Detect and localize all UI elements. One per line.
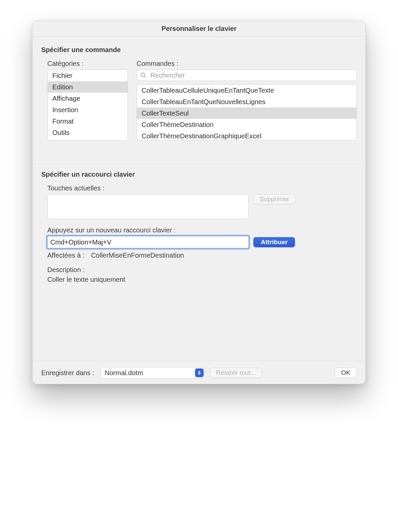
search-icon (140, 72, 146, 78)
svg-line-1 (144, 76, 146, 78)
description-value: Coller le texte uniquement (47, 276, 357, 283)
customize-keyboard-dialog: Personnaliser le clavier Spécifier une c… (32, 21, 366, 384)
window-title: Personnaliser le clavier (33, 21, 365, 37)
assigned-to-label: Affectées à : (47, 252, 85, 259)
list-item[interactable]: Fichier (48, 70, 128, 81)
list-item[interactable]: CollerThèmeDestinationGraphiqueExcel (137, 130, 356, 140)
list-item[interactable]: CollerTexteSeul (137, 107, 356, 119)
list-item[interactable]: Edition (48, 81, 128, 93)
new-shortcut-label: Appuyez sur un nouveau raccourci clavier… (47, 226, 357, 234)
svg-point-0 (141, 73, 145, 77)
list-item[interactable]: Tableau (48, 138, 128, 141)
assign-button[interactable]: Attribuer (253, 237, 295, 247)
commands-search-input[interactable] (137, 70, 357, 81)
list-item[interactable]: Outils (48, 127, 128, 138)
categories-label: Catégories : (47, 60, 128, 68)
new-shortcut-input[interactable] (47, 236, 249, 248)
description-label: Description : (47, 266, 357, 274)
save-in-select[interactable] (100, 367, 205, 379)
list-item[interactable]: Affichage (48, 93, 128, 104)
specify-command-heading: Spécifier une commande (41, 46, 357, 54)
assigned-to-value: CollerMiseEnFormeDestination (91, 252, 184, 259)
list-item[interactable]: Format (48, 116, 128, 127)
ok-button[interactable]: OK (335, 368, 357, 378)
dialog-footer: Enregistrer dans : Rétablir tout... OK (33, 361, 365, 379)
list-item[interactable]: CollerTableauCelluleUniqueEnTantQueTexte (137, 85, 356, 96)
list-item[interactable]: CollerTableauEnTantQueNouvellesLignes (137, 96, 356, 107)
commands-listbox[interactable]: CollerTableauCelluleUniqueEnTantQueTexte… (137, 84, 357, 140)
save-in-select-wrap[interactable] (100, 367, 205, 379)
save-in-label: Enregistrer dans : (41, 369, 94, 377)
categories-listbox[interactable]: FichierEditionAffichageInsertionFormatOu… (47, 70, 128, 141)
current-keys-label: Touches actuelles : (47, 184, 357, 192)
current-keys-listbox[interactable] (47, 194, 249, 219)
list-item[interactable]: Insertion (48, 104, 128, 116)
commands-label: Commandes : (137, 60, 357, 68)
assigned-to-line: Affectées à : CollerMiseEnFormeDestinati… (47, 252, 357, 259)
delete-button[interactable]: Supprimer (253, 194, 296, 204)
reset-all-button[interactable]: Rétablir tout... (210, 368, 262, 378)
specify-shortcut-heading: Spécifier un raccourci clavier (41, 171, 357, 178)
dialog-content: Spécifier une commande Catégories : Fich… (33, 37, 365, 384)
list-item[interactable]: CollerThèmeDestination (137, 119, 356, 130)
select-caret-icon (195, 368, 204, 377)
section-divider-1 (33, 164, 365, 164)
